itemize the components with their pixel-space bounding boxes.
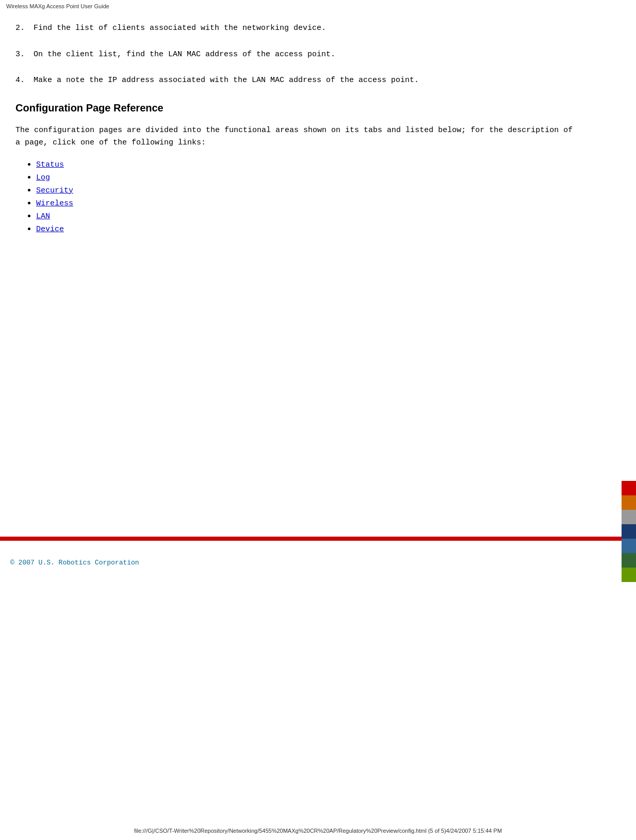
page-header: Wireless MAXg Access Point User Guide — [0, 0, 636, 12]
main-content: 2. Find the list of clients associated w… — [0, 12, 593, 247]
list-item-4: 4. Make a note the IP address associated… — [15, 75, 578, 87]
list-item-2: 2. Find the list of clients associated w… — [15, 23, 578, 35]
section-heading: Configuration Page Reference — [15, 102, 578, 114]
nav-link-device[interactable]: Device — [36, 225, 64, 234]
nav-link-security[interactable]: Security — [36, 186, 73, 195]
header-title: Wireless MAXg Access Point User Guide — [6, 3, 109, 9]
color-block — [622, 495, 636, 510]
item-4-num: 4. — [15, 75, 34, 87]
nav-item-security: Security — [36, 185, 578, 195]
nav-item-lan: LAN — [36, 211, 578, 221]
numbered-list: 2. Find the list of clients associated w… — [15, 23, 578, 87]
color-block — [622, 510, 636, 524]
item-3-num: 3. — [15, 49, 34, 61]
nav-item-status: Status — [36, 159, 578, 169]
item-2-num: 2. — [15, 23, 34, 35]
color-blocks — [622, 481, 636, 582]
nav-link-lan[interactable]: LAN — [36, 212, 50, 221]
nav-link-status[interactable]: Status — [36, 160, 64, 169]
page-footer: file:///G|/CSO/T-Writer%20Repository/Net… — [0, 826, 636, 836]
item-4-text: Make a note the IP address associated wi… — [34, 75, 419, 87]
nav-item-wireless: Wireless — [36, 198, 578, 208]
section-description: The configuration pages are divided into… — [15, 124, 578, 149]
nav-link-wireless[interactable]: Wireless — [36, 199, 73, 208]
color-block — [622, 481, 636, 495]
color-block — [622, 524, 636, 539]
footer-copyright: © 2007 U.S. Robotics Corporation — [10, 559, 139, 567]
nav-item-log: Log — [36, 172, 578, 182]
item-2-text: Find the list of clients associated with… — [34, 23, 326, 35]
list-item-3: 3. On the client list, find the LAN MAC … — [15, 49, 578, 61]
nav-link-log[interactable]: Log — [36, 173, 50, 182]
color-block — [622, 539, 636, 553]
item-3-text: On the client list, find the LAN MAC add… — [34, 49, 335, 61]
nav-item-device: Device — [36, 224, 578, 234]
color-block — [622, 568, 636, 582]
color-block — [622, 553, 636, 568]
footer-bar — [0, 537, 636, 541]
nav-list: Status Log Security Wireless LAN Device — [15, 159, 578, 234]
